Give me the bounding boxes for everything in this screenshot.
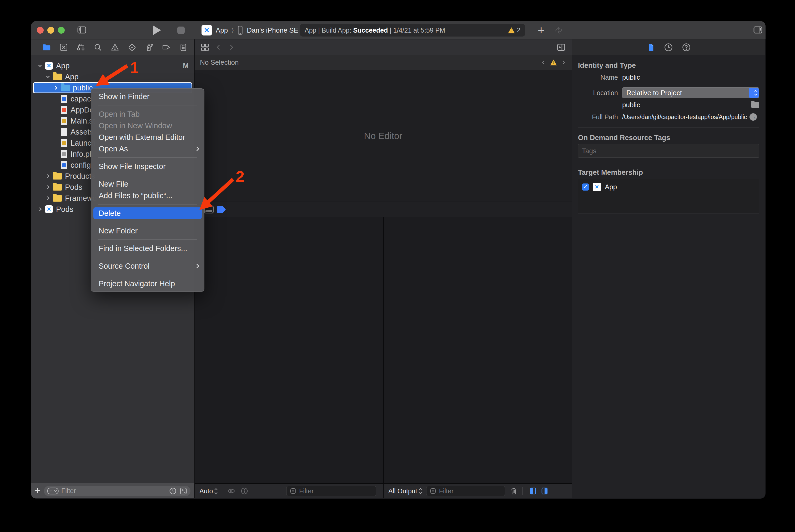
issue-warning-icon[interactable] — [550, 60, 557, 65]
menu-item-new-folder[interactable]: New Folder — [91, 225, 204, 236]
menu-item-label: Open in Tab — [98, 110, 140, 118]
menu-item-project-navigator-help[interactable]: Project Navigator Help — [91, 278, 204, 289]
tags-input[interactable]: Tags — [578, 144, 759, 158]
add-file-button[interactable]: + — [35, 486, 40, 495]
disclosure-down-icon[interactable] — [45, 74, 51, 80]
run-button[interactable] — [153, 25, 161, 35]
next-issue-icon[interactable] — [561, 59, 566, 66]
find-navigator-icon[interactable] — [93, 42, 103, 52]
activity-status: App | Build App: Succeeded | 1/4/21 at 5… — [300, 24, 525, 37]
debug-navigator-icon[interactable] — [144, 42, 154, 52]
tree-row-app[interactable]: ✕AppM — [33, 60, 192, 71]
variables-scope-popup[interactable]: Auto — [199, 487, 217, 495]
previous-issue-icon[interactable] — [541, 59, 546, 66]
navigator-filter-bar: + Filter — [31, 483, 194, 498]
target-checkbox[interactable]: ✓ — [582, 184, 589, 191]
project-icon: ✕ — [45, 62, 53, 70]
menu-item-new-file[interactable]: New File — [91, 178, 204, 190]
library-add-button[interactable]: + — [538, 24, 545, 37]
menu-item-delete[interactable]: Delete — [93, 207, 202, 219]
menu-item-open-as[interactable]: Open As — [91, 143, 204, 155]
menu-item-source-control[interactable]: Source Control — [91, 260, 204, 272]
menu-item-find-in-selected-folders[interactable]: Find in Selected Folders... — [91, 243, 204, 254]
target-membership-header: Target Membership — [578, 169, 759, 177]
report-navigator-icon[interactable] — [178, 42, 188, 52]
menu-separator — [98, 157, 197, 158]
editor-tab-bar — [195, 39, 572, 55]
symbol-navigator-icon[interactable] — [76, 42, 86, 52]
stop-button[interactable] — [177, 26, 185, 34]
menu-item-label: Add Files to “public“... — [98, 191, 172, 200]
test-navigator-icon[interactable] — [127, 42, 137, 52]
disclosure-right-icon[interactable] — [53, 85, 59, 91]
variables-filter-field[interactable]: Filter — [286, 486, 376, 496]
variables-view[interactable] — [195, 217, 383, 483]
filter-options-icon[interactable] — [47, 488, 59, 494]
issue-navigator-icon[interactable] — [110, 42, 120, 52]
status-text: App | Build App: — [305, 26, 353, 34]
target-membership-row[interactable]: ✓ ✕ App — [582, 183, 755, 191]
help-inspector-tab-icon[interactable] — [682, 43, 691, 52]
menu-item-show-in-finder[interactable]: Show in Finder — [91, 91, 204, 102]
console-output-popup[interactable]: All Output — [388, 487, 421, 495]
open-path-arrow-icon[interactable]: → — [749, 113, 757, 121]
breakpoint-navigator-icon[interactable] — [161, 42, 171, 52]
breakpoints-toggle-icon[interactable] — [217, 206, 226, 213]
file-inspector-tab-icon[interactable] — [647, 43, 655, 52]
source-control-status-filter-icon[interactable] — [179, 487, 187, 495]
disclosure-right-icon[interactable] — [45, 195, 51, 201]
disclosure-right-icon[interactable] — [37, 206, 43, 212]
editor-placeholder: No Editor — [195, 70, 572, 202]
related-items-icon[interactable] — [200, 43, 210, 52]
location-path-row: public — [578, 99, 759, 111]
disclosure-down-icon[interactable] — [37, 63, 43, 69]
menu-item-open-with-external-editor[interactable]: Open with External Editor — [91, 131, 204, 143]
jump-bar-text[interactable]: No Selection — [200, 58, 239, 66]
choose-folder-icon[interactable] — [751, 102, 759, 108]
location-value: Relative to Project — [623, 89, 682, 97]
project-navigator-icon[interactable] — [41, 42, 52, 52]
location-dropdown[interactable]: Relative to Project — [622, 87, 759, 98]
minimize-window-button[interactable] — [47, 27, 54, 34]
filter-placeholder: Filter — [439, 487, 454, 495]
target-name: App — [605, 183, 617, 191]
close-window-button[interactable] — [37, 27, 44, 34]
debug-bar — [195, 202, 572, 217]
tree-row-app[interactable]: App — [33, 71, 192, 82]
zoom-window-button[interactable] — [58, 27, 65, 34]
disclosure-right-icon[interactable] — [45, 173, 51, 179]
recent-files-icon[interactable] — [169, 487, 177, 495]
disclosure-right-icon[interactable] — [45, 184, 51, 190]
menu-item-label: Open in New Window — [98, 121, 172, 130]
quicklook-eye-icon[interactable] — [227, 487, 236, 495]
dropdown-stepper-icon — [749, 88, 759, 98]
go-back-icon[interactable] — [215, 43, 222, 51]
toggle-navigator-icon[interactable] — [76, 25, 87, 35]
doc-storyboard-icon — [61, 117, 67, 125]
scheme-selector[interactable]: ✕ App 〉 Dan's iPhone SE — [201, 25, 298, 36]
hide-debug-area-icon[interactable] — [204, 206, 214, 213]
console-filter-field[interactable]: Filter — [426, 486, 505, 496]
console-view[interactable] — [383, 217, 572, 483]
show-console-view-icon[interactable] — [541, 487, 548, 495]
navigator-filter-field[interactable]: Filter — [44, 486, 191, 496]
show-variables-view-icon[interactable] — [529, 487, 537, 495]
scheme-name[interactable]: App — [216, 26, 228, 34]
menu-item-label: Show in Finder — [98, 92, 149, 101]
source-control-navigator-icon[interactable] — [59, 42, 69, 52]
history-inspector-tab-icon[interactable] — [664, 43, 673, 52]
name-value[interactable]: public — [622, 73, 640, 81]
variables-scope-label: Auto — [199, 487, 213, 495]
clear-console-trash-icon[interactable] — [510, 487, 518, 495]
menu-item-label: Show File Inspector — [98, 162, 166, 171]
menu-item-add-files-to-public[interactable]: Add Files to “public“... — [91, 190, 204, 201]
menu-item-show-file-inspector[interactable]: Show File Inspector — [91, 160, 204, 172]
warning-count: 2 — [517, 26, 520, 34]
toggle-inspector-icon[interactable] — [753, 25, 763, 35]
go-forward-icon[interactable] — [228, 43, 235, 51]
warning-badge[interactable]: 2 — [508, 26, 520, 34]
run-destination[interactable]: Dan's iPhone SE — [247, 26, 298, 34]
print-description-icon[interactable] — [240, 487, 248, 495]
inspector-panel: Identity and Type Name public Location R… — [572, 39, 765, 498]
add-editor-icon[interactable] — [556, 43, 566, 52]
